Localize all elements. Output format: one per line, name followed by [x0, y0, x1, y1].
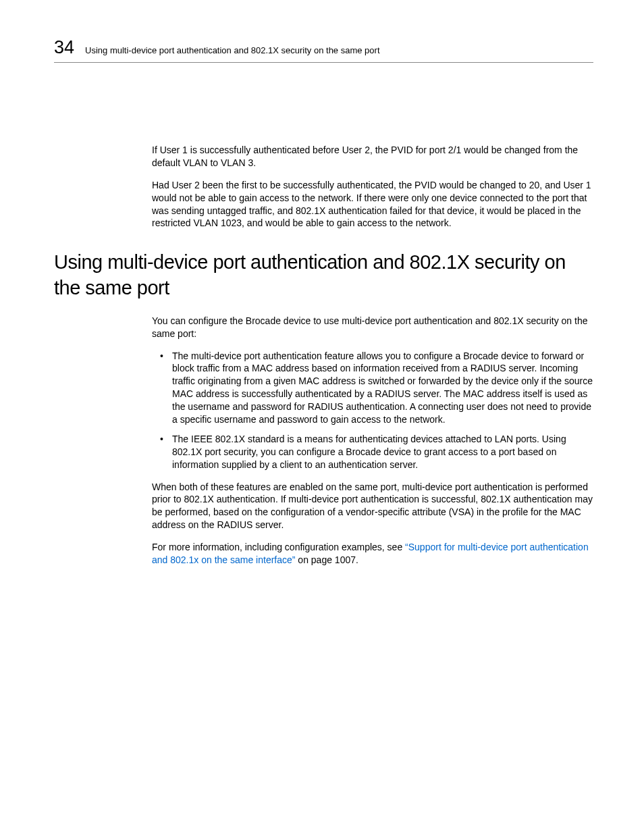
list-item: The multi-device port authentication fea… [152, 350, 593, 426]
intro-para-1: If User 1 is successfully authenticated … [152, 144, 593, 170]
list-item: The IEEE 802.1X standard is a means for … [152, 433, 593, 471]
more-info-suffix: on page 1007. [295, 554, 358, 565]
after-para: When both of these features are enabled … [152, 481, 593, 532]
running-header: 34 Using multi-device port authenticatio… [54, 37, 593, 63]
intro-para-2: Had User 2 been the first to be successf… [152, 179, 593, 230]
section-heading: Using multi-device port authentication a… [54, 250, 593, 301]
chapter-number: 34 [54, 37, 74, 58]
running-title: Using multi-device port authentication a… [85, 45, 379, 55]
bullet-list: The multi-device port authentication fea… [152, 350, 593, 471]
section-lead: You can configure the Brocade device to … [152, 315, 593, 340]
page: 34 Using multi-device port authenticatio… [0, 0, 644, 617]
section-body: You can configure the Brocade device to … [152, 315, 593, 567]
more-info-prefix: For more information, including configur… [152, 542, 405, 552]
more-info-para: For more information, including configur… [152, 541, 593, 567]
intro-block: If User 1 is successfully authenticated … [152, 144, 593, 230]
